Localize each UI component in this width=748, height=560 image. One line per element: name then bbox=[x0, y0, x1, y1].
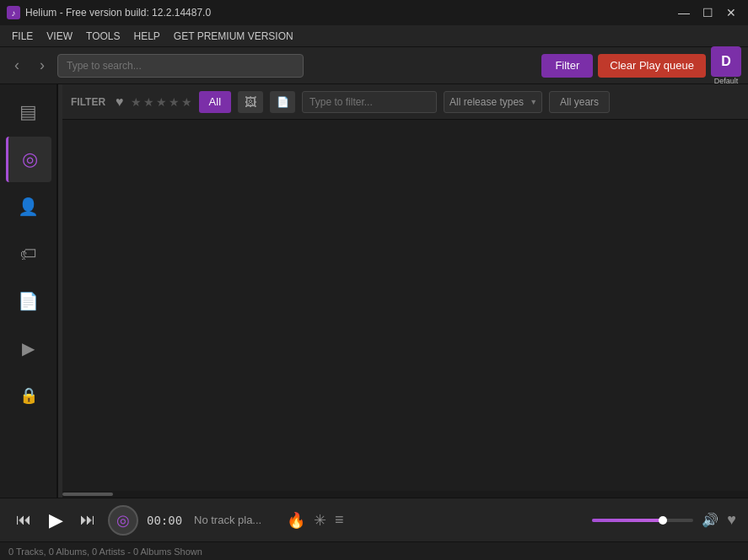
player-bar: ⏮ ▶ ⏭ ◎ 00:00 No track pla... 🔥 ✳ ≡ 🔊 ♥ bbox=[0, 498, 748, 541]
filter-button[interactable]: Filter bbox=[541, 54, 593, 78]
artists-icon: 👤 bbox=[18, 197, 39, 217]
forward-button[interactable]: › bbox=[32, 56, 52, 76]
locked-music-icon: 🔒 bbox=[19, 386, 38, 405]
bottom-scrollbar[interactable] bbox=[62, 491, 748, 498]
sidebar-item-artists[interactable]: 👤 bbox=[6, 184, 51, 229]
sidebar-item-tagged[interactable]: 🏷 bbox=[6, 231, 51, 277]
menu-help[interactable]: HELP bbox=[126, 29, 166, 44]
star-4[interactable]: ★ bbox=[169, 95, 180, 109]
time-display: 00:00 bbox=[147, 514, 186, 527]
queue-menu-icon[interactable]: ≡ bbox=[335, 511, 344, 529]
volume-icon[interactable]: 🔊 bbox=[702, 512, 718, 528]
next-button[interactable]: ⏭ bbox=[76, 509, 100, 532]
avatar-container: D Default bbox=[711, 46, 741, 85]
volume-slider[interactable] bbox=[592, 519, 693, 522]
video-icon: ▶ bbox=[22, 338, 35, 358]
status-text: 0 Tracks, 0 Albums, 0 Artists - 0 Albums… bbox=[8, 547, 202, 557]
sidebar-item-locked[interactable]: 🔒 bbox=[6, 373, 51, 418]
sidebar: ▤ ◎ 👤 🏷 📄 ▶ 🔒 bbox=[0, 84, 57, 498]
sidebar-item-library[interactable]: ▤ bbox=[6, 89, 51, 135]
back-button[interactable]: ‹ bbox=[7, 56, 27, 76]
status-bar: 0 Tracks, 0 Albums, 0 Artists - 0 Albums… bbox=[0, 541, 748, 560]
filter-bar: FILTER ♥ ★ ★ ★ ★ ★ All 🖼 📄 All release t… bbox=[62, 84, 748, 120]
avatar-letter: D bbox=[721, 54, 731, 69]
star-3[interactable]: ★ bbox=[156, 95, 167, 109]
menu-view[interactable]: VIEW bbox=[40, 29, 79, 44]
star-player-icon[interactable]: ✳ bbox=[314, 511, 326, 530]
app-icon: ♪ bbox=[7, 6, 20, 19]
filter-label: FILTER bbox=[71, 96, 105, 108]
maximize-button[interactable]: ☐ bbox=[697, 4, 718, 21]
filter-text-input[interactable] bbox=[302, 91, 437, 113]
title-text: Helium - Free version build: 12.2.14487.… bbox=[25, 7, 211, 19]
clear-queue-button[interactable]: Clear Play queue bbox=[598, 54, 706, 78]
prev-button[interactable]: ⏮ bbox=[12, 509, 35, 532]
filter-noimage-button[interactable]: 📄 bbox=[270, 91, 295, 113]
title-bar-left: ♪ Helium - Free version build: 12.2.1448… bbox=[7, 6, 211, 19]
content-area[interactable] bbox=[62, 120, 748, 491]
filter-image-button[interactable]: 🖼 bbox=[238, 91, 263, 113]
toolbar: ‹ › Filter Clear Play queue D Default bbox=[0, 47, 748, 84]
menu-tools[interactable]: TOOLS bbox=[79, 29, 126, 44]
tagged-icon: 🏷 bbox=[20, 245, 37, 264]
main-area: ▤ ◎ 👤 🏷 📄 ▶ 🔒 FILTER ♥ ★ ★ bbox=[0, 84, 748, 498]
menu-file[interactable]: FILE bbox=[5, 29, 40, 44]
star-2[interactable]: ★ bbox=[143, 95, 154, 109]
heart-player-icon[interactable]: ♥ bbox=[727, 511, 736, 529]
volume-container bbox=[592, 519, 693, 522]
release-type-select[interactable]: All release types Albums Singles EPs bbox=[444, 91, 542, 113]
search-input[interactable] bbox=[57, 54, 304, 78]
filter-heart-icon[interactable]: ♥ bbox=[116, 94, 124, 110]
play-button[interactable]: ▶ bbox=[44, 509, 67, 532]
radio-icon: ◎ bbox=[22, 148, 38, 170]
content-panel: FILTER ♥ ★ ★ ★ ★ ★ All 🖼 📄 All release t… bbox=[62, 84, 748, 498]
star-5[interactable]: ★ bbox=[181, 95, 192, 109]
sidebar-item-video[interactable]: ▶ bbox=[6, 326, 51, 371]
title-bar: ♪ Helium - Free version build: 12.2.1448… bbox=[0, 0, 748, 25]
menu-premium[interactable]: GET PREMIUM VERSION bbox=[167, 29, 300, 44]
disc-icon: ◎ bbox=[108, 505, 138, 536]
title-bar-controls: — ☐ ✕ bbox=[674, 4, 741, 21]
avatar-button[interactable]: D bbox=[711, 46, 741, 77]
sidebar-item-radio[interactable]: ◎ bbox=[6, 137, 51, 182]
volume-thumb bbox=[659, 516, 667, 525]
flame-icon[interactable]: 🔥 bbox=[287, 511, 305, 530]
star-1[interactable]: ★ bbox=[131, 95, 142, 109]
close-button[interactable]: ✕ bbox=[721, 4, 741, 21]
track-name: No track pla... bbox=[194, 514, 278, 526]
notes-icon: 📄 bbox=[18, 291, 39, 311]
volume-fill bbox=[592, 519, 663, 522]
release-type-select-wrapper: All release types Albums Singles EPs bbox=[444, 91, 542, 113]
library-icon: ▤ bbox=[19, 101, 37, 123]
minimize-button[interactable]: — bbox=[674, 4, 694, 21]
years-button[interactable]: All years bbox=[549, 91, 610, 113]
sidebar-item-notes[interactable]: 📄 bbox=[6, 278, 51, 324]
star-rating: ★ ★ ★ ★ ★ bbox=[131, 95, 192, 109]
menu-bar: FILE VIEW TOOLS HELP GET PREMIUM VERSION bbox=[0, 25, 748, 47]
scrollbar-thumb bbox=[62, 493, 113, 496]
filter-all-button[interactable]: All bbox=[199, 91, 231, 113]
